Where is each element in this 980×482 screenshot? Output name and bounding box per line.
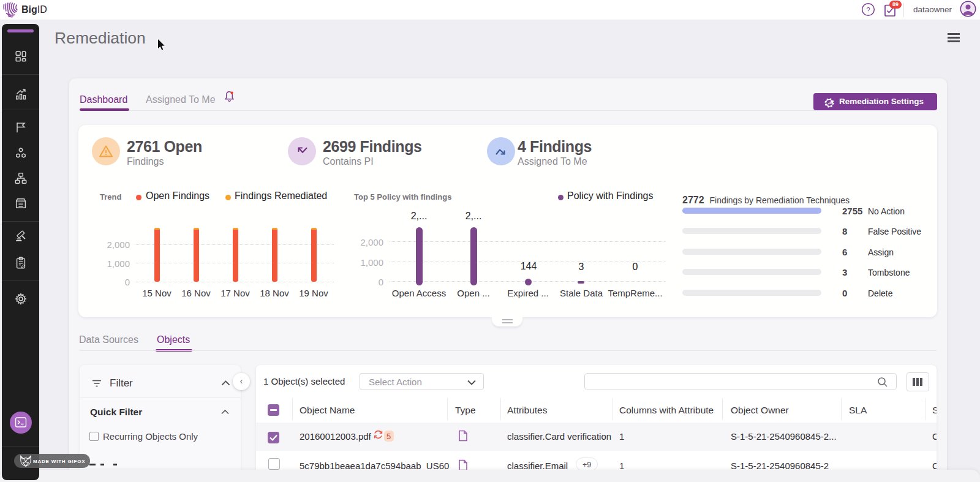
svg-text:?: ? [866,6,870,13]
